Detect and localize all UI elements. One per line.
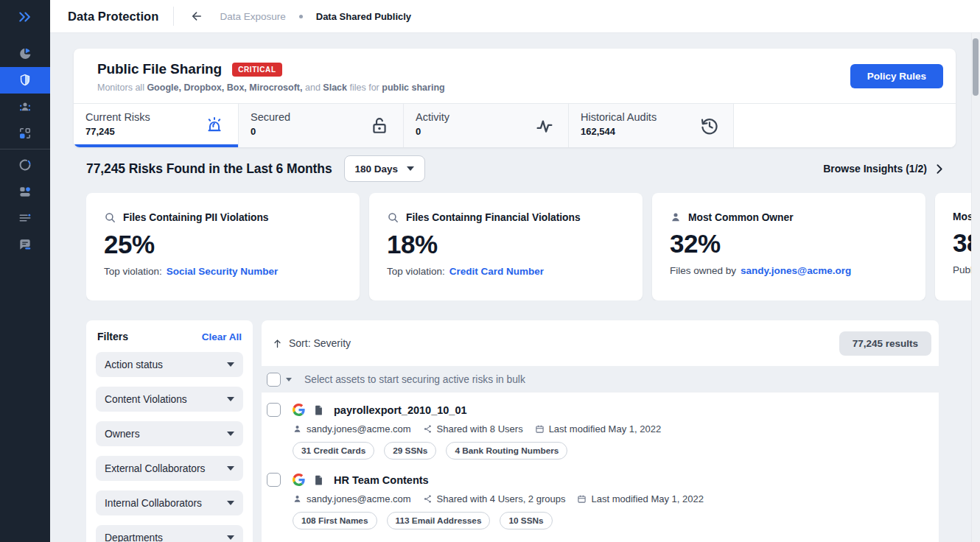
policy-tabs: Current Risks 77,245 Secured 0 Activity … (74, 103, 956, 147)
scrollbar-thumb[interactable] (973, 38, 979, 96)
insight-title: Mos (953, 211, 971, 222)
filter-lines-icon (18, 211, 32, 225)
filter-label: Internal Collaborators (105, 498, 202, 509)
asset-checkbox[interactable] (267, 473, 281, 487)
insight-value: 38 (953, 228, 971, 258)
policy-header: Public File Sharing CRITICAL Monitors al… (74, 49, 956, 103)
filter-external-collaborators[interactable]: External Collaborators (96, 456, 243, 481)
asset-shared-with: Shared with 4 Users, 2 groups (423, 493, 566, 504)
sidebar-divider (0, 149, 50, 149)
insight-card-owner: Most Common Owner 32% Files owned bysand… (652, 193, 925, 300)
asset-last-modified: Last modified May 1, 2022 (535, 423, 661, 434)
insight-value: 18% (387, 230, 625, 259)
blocks-icon (18, 184, 32, 199)
asset-owner: sandy.jones@acme.com (293, 423, 411, 434)
bulk-select-checkbox[interactable] (267, 373, 281, 387)
caret-down-icon (227, 466, 234, 471)
insight-title: Most Common Owner (688, 212, 794, 223)
tab-secured[interactable]: Secured 0 (239, 104, 404, 147)
breadcrumb-parent[interactable]: Data Exposure (220, 11, 285, 22)
header-divider (173, 7, 174, 26)
policy-rules-button[interactable]: Policy Rules (850, 64, 943, 88)
tab-current-risks[interactable]: Current Risks 77,245 (74, 104, 239, 147)
insight-value: 32% (670, 229, 908, 258)
filter-action-status[interactable]: Action status (96, 352, 243, 377)
top-header: Data Protection Data Exposure Data Share… (50, 0, 980, 33)
asset-row: HR Team Contents sandy.jones@acme.com Sh… (262, 473, 939, 542)
sidebar-item-sync[interactable] (0, 152, 50, 178)
tab-activity[interactable]: Activity 0 (404, 104, 569, 147)
sidebar-item-workflows[interactable] (0, 120, 50, 147)
users-icon (18, 99, 32, 114)
filter-internal-collaborators[interactable]: Internal Collaborators (96, 490, 243, 515)
critical-badge: CRITICAL (232, 63, 281, 77)
risks-title: 77,245 Risks Found in the Last 6 Months (86, 161, 332, 177)
page-scrollbar[interactable] (971, 33, 980, 542)
share-icon (423, 424, 433, 434)
history-icon (699, 116, 720, 136)
tabs-filler (734, 104, 956, 147)
violation-tag: 113 Email Addresses (387, 512, 491, 529)
insight-title: Files Containng Financial Violations (406, 212, 581, 223)
filter-label: Content Violations (105, 394, 187, 405)
activity-icon (534, 116, 555, 136)
document-icon (313, 404, 324, 416)
app-title: Data Protection (68, 10, 158, 24)
violation-tag: 10 SSNs (500, 512, 552, 529)
sidebar-expand-button[interactable] (0, 0, 50, 33)
insight-footer-prefix: Top violation: (387, 266, 445, 277)
caret-down-icon (227, 362, 234, 367)
sort-control[interactable]: Sort: Severity (272, 337, 351, 349)
insight-value: 25% (104, 230, 342, 259)
chat-icon (18, 237, 32, 252)
results-panel: Sort: Severity 77,245 results Select ass… (262, 320, 939, 542)
workflow-icon (18, 126, 32, 141)
filter-content-violations[interactable]: Content Violations (96, 387, 243, 412)
document-icon (313, 474, 324, 486)
policy-subtitle: Monitors all Google, Dropbox, Box, Miroc… (97, 82, 932, 93)
google-drive-icon (293, 404, 305, 416)
share-icon (423, 494, 433, 504)
sidebar-item-identities[interactable] (0, 94, 50, 120)
insight-footer-prefix: Top violation: (104, 266, 162, 277)
bulk-select-hint: Select assets to start securing active r… (304, 374, 525, 385)
pie-chart-icon (18, 46, 32, 61)
shield-icon (18, 73, 32, 88)
clear-all-filters-link[interactable]: Clear All (202, 331, 242, 342)
calendar-icon (577, 494, 587, 504)
sidebar-item-analytics[interactable] (0, 41, 50, 67)
filter-owners[interactable]: Owners (96, 421, 243, 446)
asset-name-link[interactable]: HR Team Contents (334, 474, 429, 486)
tab-historical-audits[interactable]: Historical Audits 162,544 (569, 104, 734, 147)
sidebar-item-support[interactable] (0, 231, 50, 258)
calendar-icon (535, 424, 545, 434)
insight-footer-link[interactable]: Social Security Number (167, 266, 279, 277)
asset-checkbox[interactable] (267, 403, 281, 417)
policy-card: Public File Sharing CRITICAL Monitors al… (74, 49, 956, 147)
bulk-select-caret-icon[interactable] (286, 378, 292, 381)
violation-tag: 4 Bank Routing Numbers (446, 442, 567, 460)
filters-title: Filters (97, 331, 128, 342)
back-button[interactable] (190, 10, 203, 23)
filter-departments[interactable]: Departments (96, 525, 243, 542)
sidebar-item-apps[interactable] (0, 178, 50, 205)
breadcrumb-current: Data Shared Publicly (316, 11, 411, 22)
insight-footer-link[interactable]: sandy.jones@acme.org (741, 265, 851, 276)
asset-last-modified: Last modified May 1, 2022 (577, 493, 703, 504)
date-range-value: 180 Days (355, 163, 399, 175)
caret-down-icon (407, 166, 414, 171)
sidebar-item-logs[interactable] (0, 205, 50, 231)
caret-down-icon (227, 397, 234, 401)
asset-shared-with: Shared with 8 Users (423, 423, 523, 434)
asset-name-link[interactable]: payrollexport_2010_10_01 (334, 404, 467, 416)
filter-label: External Collaborators (105, 463, 206, 474)
sort-label: Sort: Severity (289, 337, 351, 349)
violation-tag: 108 First Names (293, 512, 377, 529)
filter-label: Owners (105, 429, 140, 440)
insight-footer-link[interactable]: Credit Card Number (449, 266, 544, 277)
results-count-badge: 77,245 results (839, 331, 931, 356)
date-range-dropdown[interactable]: 180 Days (344, 155, 426, 182)
browse-insights-link[interactable]: Browse Insights (1/2) (823, 163, 945, 175)
violation-tag: 31 Credit Cards (293, 442, 374, 460)
sidebar-item-data-protection[interactable] (0, 67, 50, 94)
